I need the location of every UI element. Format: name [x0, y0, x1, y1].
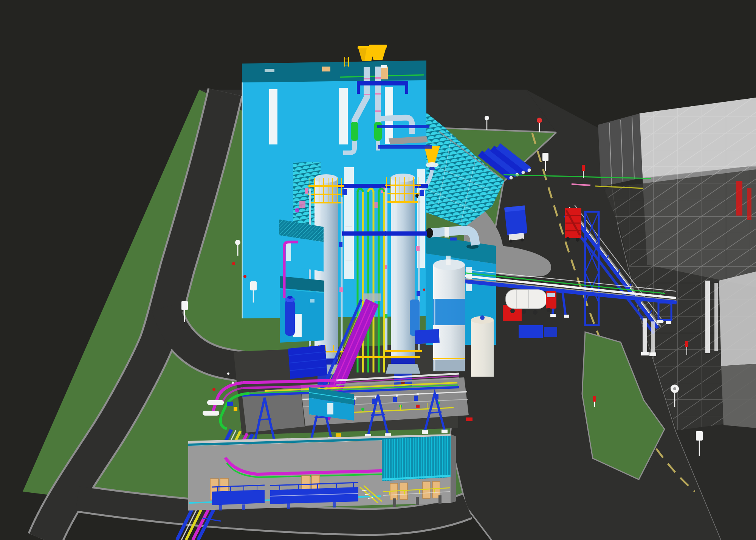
stack-support-beam [357, 81, 408, 85]
scene-canvas [0, 0, 756, 540]
roof-vent [322, 67, 330, 71]
warehouse-building [188, 434, 456, 511]
teal-striped-annex [382, 436, 451, 507]
blue-container [519, 325, 543, 338]
dark-panel-array [288, 345, 327, 379]
white-storage-tank-large [433, 256, 465, 371]
white-bollard [227, 372, 229, 375]
green-pipe-segment [374, 122, 382, 141]
model-viewport[interactable] [0, 0, 756, 540]
roof-door [380, 67, 388, 79]
ghost-dark-block [598, 113, 643, 187]
red-column [747, 188, 751, 220]
red-road-marker [466, 417, 472, 421]
white-column [714, 283, 718, 351]
green-pipe-segment [351, 122, 358, 141]
door [327, 403, 333, 414]
white-column [705, 281, 710, 353]
blue-skip [415, 329, 440, 344]
cream-storage-tank-small [471, 315, 494, 377]
red-column [736, 181, 742, 216]
white-bollard [232, 382, 234, 384]
red-crane-vehicle [565, 208, 581, 242]
